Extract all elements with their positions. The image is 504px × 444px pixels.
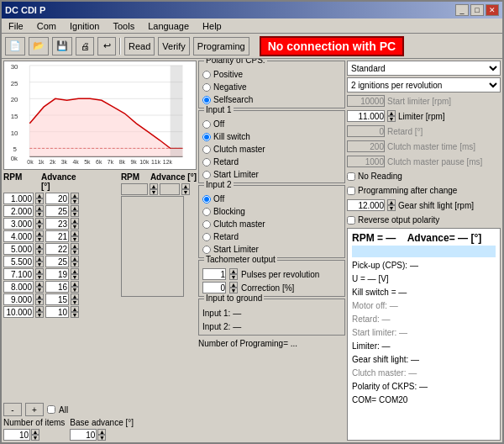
minimize-button[interactable]: _ bbox=[455, 4, 469, 16]
plus-button[interactable]: + bbox=[25, 403, 44, 416]
start-limiter-status-row: Start limiter: — bbox=[352, 325, 496, 339]
menu-help[interactable]: Help bbox=[199, 20, 225, 32]
rpm-input-7[interactable] bbox=[3, 268, 34, 280]
prog-after-change-checkbox[interactable] bbox=[347, 187, 355, 195]
adv-input-9[interactable] bbox=[45, 293, 69, 305]
clutch-pause-input[interactable] bbox=[347, 156, 385, 167]
open-button[interactable]: 📂 bbox=[29, 37, 49, 56]
adv-input-3[interactable] bbox=[45, 218, 69, 230]
adv-input-1[interactable] bbox=[45, 193, 69, 204]
adv-up-2[interactable]: ▲ bbox=[71, 205, 79, 211]
rpm-input-8[interactable] bbox=[3, 281, 34, 293]
rpm-advance-row: RPM = — Advance= — [°] bbox=[352, 231, 496, 245]
adv-input-7[interactable] bbox=[45, 268, 69, 280]
pickup-label: Pick-up (CPS): — bbox=[352, 261, 418, 270]
menu-tools[interactable]: Tools bbox=[109, 20, 138, 32]
input1-kill-radio[interactable] bbox=[202, 133, 211, 141]
pulses-input[interactable] bbox=[202, 268, 226, 280]
pulses-up[interactable]: ▲ bbox=[229, 268, 238, 274]
adv-input-2[interactable] bbox=[45, 205, 69, 217]
adv-input-4[interactable] bbox=[45, 230, 69, 242]
minus-button[interactable]: - bbox=[3, 403, 22, 416]
maximize-button[interactable]: □ bbox=[470, 4, 484, 16]
rpm-input-4[interactable] bbox=[3, 230, 34, 242]
adv-dn-2[interactable]: ▼ bbox=[71, 211, 79, 217]
svg-text:6k: 6k bbox=[96, 159, 102, 165]
limiter-input[interactable] bbox=[347, 110, 385, 122]
correction-input[interactable] bbox=[202, 282, 226, 293]
polarity-positive-radio[interactable] bbox=[202, 71, 211, 79]
svg-text:7k: 7k bbox=[108, 159, 114, 165]
rpm-input-9[interactable] bbox=[3, 293, 34, 305]
rpm-input-1[interactable] bbox=[3, 193, 34, 204]
input1-off-radio[interactable] bbox=[202, 120, 211, 129]
polarity-negative-radio[interactable] bbox=[202, 83, 211, 92]
input1-retard-radio[interactable] bbox=[202, 158, 211, 166]
input2-off-radio[interactable] bbox=[202, 195, 211, 204]
rpm-input-6[interactable] bbox=[3, 256, 34, 267]
read-button[interactable]: Read bbox=[124, 37, 155, 56]
close-button[interactable]: ✕ bbox=[486, 4, 499, 16]
rpm-r-1[interactable] bbox=[121, 183, 148, 195]
menu-com[interactable]: Com bbox=[34, 20, 60, 32]
rpm-input-10[interactable] bbox=[3, 306, 34, 318]
adv-dn-1[interactable]: ▼ bbox=[71, 198, 79, 204]
adv-input-10[interactable] bbox=[45, 306, 69, 318]
programing-button[interactable]: Programing bbox=[193, 37, 249, 56]
limiter-dn[interactable]: ▼ bbox=[387, 116, 396, 122]
save-button[interactable]: 💾 bbox=[52, 37, 72, 56]
pulses-dn[interactable]: ▼ bbox=[229, 274, 238, 280]
rpm-input-3[interactable] bbox=[3, 218, 34, 230]
adv-up-1[interactable]: ▲ bbox=[71, 193, 79, 198]
start-limiter-input[interactable] bbox=[347, 95, 385, 107]
rpm-dn-2[interactable]: ▼ bbox=[35, 211, 44, 217]
no-reading-row: No Reading bbox=[347, 170, 501, 182]
reverse-polarity-label: Reverse otput polarity bbox=[358, 215, 439, 225]
base-adv-input[interactable] bbox=[70, 429, 97, 441]
gear-shift-input[interactable] bbox=[347, 199, 385, 211]
all-checkbox[interactable] bbox=[47, 405, 55, 414]
adv-r-1[interactable] bbox=[160, 183, 180, 195]
undo-button[interactable]: ↩ bbox=[97, 37, 116, 56]
correction-dn[interactable]: ▼ bbox=[229, 288, 238, 293]
rpm-input-2[interactable] bbox=[3, 205, 34, 217]
gear-dn[interactable]: ▼ bbox=[387, 205, 396, 211]
reverse-polarity-checkbox[interactable] bbox=[347, 216, 355, 225]
menu-file[interactable]: File bbox=[5, 20, 27, 32]
adv-input-5[interactable] bbox=[45, 243, 69, 255]
input1-clutch-radio[interactable] bbox=[202, 145, 211, 154]
input1-start-radio[interactable] bbox=[202, 171, 211, 179]
standard-select[interactable]: Standard bbox=[347, 61, 501, 76]
print-button[interactable]: 🖨 bbox=[76, 37, 94, 56]
adv-input-6[interactable] bbox=[45, 256, 69, 267]
input2-retard-radio[interactable] bbox=[202, 233, 211, 241]
new-button[interactable]: 📄 bbox=[5, 37, 25, 56]
adv-input-8[interactable] bbox=[45, 281, 69, 293]
verify-button[interactable]: Verify bbox=[158, 37, 190, 56]
correction-up[interactable]: ▲ bbox=[229, 282, 238, 288]
menu-ignition[interactable]: Ignition bbox=[66, 20, 102, 32]
num-items-input[interactable] bbox=[3, 429, 30, 441]
menu-language[interactable]: Language bbox=[144, 20, 192, 32]
retard-input[interactable] bbox=[347, 125, 385, 137]
input2-title: Input 2 bbox=[204, 180, 234, 189]
rpm-input-5[interactable] bbox=[3, 243, 34, 255]
limiter-up[interactable]: ▲ bbox=[387, 110, 396, 116]
clutch-pause-label: Clutch master pause [ms] bbox=[387, 157, 482, 166]
ignitions-select[interactable]: 2 ignitions per revolution bbox=[347, 77, 501, 92]
rpm-up-1[interactable]: ▲ bbox=[35, 193, 44, 198]
polarity-selfsearch-radio[interactable] bbox=[202, 96, 211, 104]
start-limiter-label: Start limiter [rpm] bbox=[387, 97, 451, 106]
input2-clutch-radio[interactable] bbox=[202, 220, 211, 229]
no-reading-checkbox[interactable] bbox=[347, 172, 355, 181]
rpm-dn-1[interactable]: ▼ bbox=[35, 198, 44, 204]
rpm-up-2[interactable]: ▲ bbox=[35, 205, 44, 211]
gear-up[interactable]: ▲ bbox=[387, 199, 396, 205]
input2-start-radio[interactable] bbox=[202, 246, 211, 254]
input2-blocking-radio[interactable] bbox=[202, 208, 211, 216]
all-label: All bbox=[59, 405, 68, 415]
svg-text:20: 20 bbox=[11, 96, 18, 103]
clutch-time-input[interactable] bbox=[347, 140, 385, 152]
clutch-time-row: Clutch master time [ms] bbox=[347, 140, 501, 153]
tach-title: Tachometer output bbox=[204, 255, 277, 264]
